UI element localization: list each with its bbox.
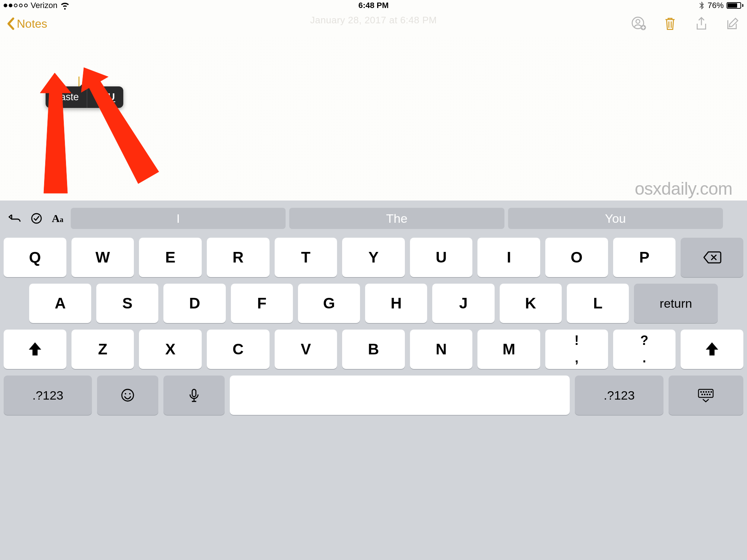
key-p[interactable]: P (613, 238, 676, 277)
svg-rect-13 (705, 391, 707, 393)
note-timestamp: January 28, 2017 at 6:48 PM (310, 15, 437, 26)
key-w[interactable]: W (71, 238, 134, 277)
trash-icon[interactable] (662, 16, 678, 31)
key-row-2: A S D F G H J K L return (4, 284, 743, 323)
shift-key-left[interactable] (4, 330, 66, 369)
emoji-key[interactable] (97, 376, 158, 415)
keyboard: Aa I The You Q W E R T Y U I O P A S (0, 201, 747, 560)
svg-rect-11 (700, 391, 702, 393)
number-switch-left[interactable]: .?123 (4, 376, 92, 415)
key-m[interactable]: M (477, 330, 540, 369)
shift-key-right[interactable] (681, 330, 743, 369)
svg-rect-19 (709, 394, 711, 395)
key-r[interactable]: R (207, 238, 270, 277)
svg-marker-4 (71, 59, 162, 186)
key-g[interactable]: G (298, 284, 360, 323)
key-b[interactable]: B (342, 330, 405, 369)
svg-rect-10 (698, 389, 713, 397)
backspace-key[interactable] (681, 238, 743, 277)
svg-point-8 (129, 393, 131, 394)
key-y[interactable]: Y (342, 238, 405, 277)
key-h[interactable]: H (365, 284, 427, 323)
suggestion-1[interactable]: I (71, 208, 286, 229)
key-n[interactable]: N (410, 330, 473, 369)
back-label: Notes (17, 17, 47, 31)
key-i[interactable]: I (477, 238, 540, 277)
key-t[interactable]: T (275, 238, 337, 277)
key-k[interactable]: K (500, 284, 562, 323)
key-j[interactable]: J (432, 284, 494, 323)
status-bar: Verizon 6:48 PM 76% (0, 0, 747, 11)
svg-point-5 (32, 214, 41, 223)
key-d[interactable]: D (163, 284, 225, 323)
chevron-left-icon (7, 18, 15, 30)
key-period[interactable]: ? . (613, 330, 676, 369)
svg-rect-18 (707, 394, 708, 395)
watermark: osxdaily.com (635, 179, 732, 199)
note-body[interactable]: Paste B I U (0, 36, 747, 201)
wifi-icon (60, 1, 70, 10)
annotation-arrows (0, 36, 204, 201)
suggestion-2[interactable]: The (289, 208, 504, 229)
key-e[interactable]: E (139, 238, 202, 277)
text-format-icon[interactable]: Aa (52, 212, 63, 225)
svg-marker-3 (40, 73, 71, 193)
key-z[interactable]: Z (71, 330, 134, 369)
clock: 6:48 PM (358, 1, 388, 10)
key-comma[interactable]: ! , (545, 330, 608, 369)
svg-rect-16 (701, 394, 703, 395)
svg-rect-9 (192, 389, 196, 397)
key-l[interactable]: L (567, 284, 629, 323)
key-c[interactable]: C (207, 330, 270, 369)
svg-point-1 (636, 19, 640, 23)
key-a[interactable]: A (29, 284, 91, 323)
space-key[interactable] (230, 376, 570, 415)
compose-icon[interactable] (725, 16, 740, 31)
key-u[interactable]: U (410, 238, 473, 277)
svg-rect-15 (711, 391, 712, 393)
bluetooth-icon (699, 1, 705, 9)
undo-icon[interactable] (8, 212, 21, 225)
number-switch-right[interactable]: .?123 (575, 376, 663, 415)
key-v[interactable]: V (275, 330, 337, 369)
svg-rect-12 (703, 391, 704, 393)
svg-rect-14 (708, 391, 709, 393)
back-button[interactable]: Notes (7, 17, 47, 31)
key-row-4: .?123 .?123 (4, 376, 743, 415)
carrier-label: Verizon (31, 1, 57, 10)
share-icon[interactable] (694, 16, 709, 31)
add-person-icon[interactable] (631, 16, 646, 31)
key-x[interactable]: X (139, 330, 202, 369)
key-q[interactable]: Q (4, 238, 66, 277)
key-f[interactable]: F (231, 284, 293, 323)
key-o[interactable]: O (545, 238, 608, 277)
key-row-1: Q W E R T Y U I O P (4, 238, 743, 277)
signal-strength-icon (4, 4, 28, 7)
return-key[interactable]: return (634, 284, 718, 323)
svg-point-7 (125, 393, 126, 394)
svg-rect-17 (704, 394, 705, 395)
key-row-3: Z X C V B N M ! , ? . (4, 330, 743, 369)
hide-keyboard-key[interactable] (669, 376, 743, 415)
dictation-key[interactable] (163, 376, 225, 415)
suggestion-3[interactable]: You (508, 208, 723, 229)
battery-percent: 76% (708, 1, 724, 10)
suggestion-bar: Aa I The You (0, 201, 747, 233)
checklist-icon[interactable] (30, 212, 43, 225)
battery-icon (727, 2, 743, 9)
key-s[interactable]: S (96, 284, 158, 323)
